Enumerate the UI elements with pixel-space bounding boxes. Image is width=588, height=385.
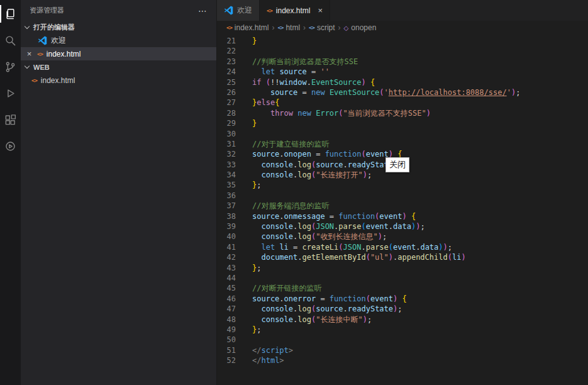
code-line[interactable]: 46source.onerror = function(event) {	[217, 294, 588, 304]
line-number[interactable]: 35	[217, 180, 236, 190]
line-number[interactable]: 26	[217, 87, 236, 98]
code-line[interactable]: 43};	[217, 263, 588, 273]
line-number[interactable]: 42	[217, 252, 236, 262]
breadcrumb-separator: ›	[303, 23, 306, 32]
open-editor-welcome[interactable]: 欢迎	[21, 34, 216, 47]
line-number[interactable]: 51	[217, 345, 236, 355]
code-line[interactable]: 39 console.log(JSON.parse(event.data));	[217, 221, 588, 232]
code-line[interactable]: 38source.onmessage = function(event) {	[217, 211, 588, 221]
line-number[interactable]: 34	[217, 170, 236, 180]
code-line[interactable]: 25if (!!window.EventSource) {	[217, 77, 588, 87]
open-editors-section-header[interactable]: 打开的编辑器	[21, 21, 216, 34]
line-number[interactable]: 37	[217, 201, 236, 211]
test-play-circle-icon[interactable]	[0, 133, 21, 159]
tab-bar: 欢迎 <> index.html ×	[217, 0, 588, 21]
code-line[interactable]: 49};	[217, 325, 588, 335]
tab-index-html[interactable]: <> index.html ×	[260, 0, 330, 21]
breadcrumb-label: index.html	[235, 23, 269, 32]
line-number[interactable]: 46	[217, 294, 236, 304]
line-number[interactable]: 45	[217, 283, 236, 293]
code-line[interactable]: 28 throw new Error("当前浏览器不支持SSE")	[217, 108, 588, 118]
code-text: }	[252, 36, 257, 46]
html-file-icon: <>	[31, 77, 37, 84]
code-line[interactable]: 27}else{	[217, 98, 588, 108]
line-number[interactable]: 32	[217, 149, 236, 159]
line-number[interactable]: 22	[217, 46, 236, 56]
line-number[interactable]: 28	[217, 108, 236, 118]
code-line[interactable]: 31//对于建立链接的监听	[217, 139, 588, 149]
code-text: //对服务端消息的监听	[252, 201, 329, 211]
breadcrumb-item-script[interactable]: <> script	[309, 23, 335, 32]
code-line[interactable]: 36	[217, 191, 588, 201]
run-debug-icon[interactable]	[0, 80, 21, 106]
breadcrumb-label: onopen	[351, 23, 376, 32]
line-number[interactable]: 27	[217, 98, 236, 108]
code-line[interactable]: 41 let li = createLi(JSON.parse(event.da…	[217, 242, 588, 252]
line-number[interactable]: 44	[217, 273, 236, 283]
code-line[interactable]: 48 console.log("长连接中断");	[217, 315, 588, 325]
line-number[interactable]: 39	[217, 221, 236, 232]
more-actions-icon[interactable]: ⋯	[198, 6, 208, 16]
breadcrumb-separator: ›	[272, 23, 275, 32]
search-icon[interactable]	[0, 27, 21, 53]
html-file-icon: <>	[267, 8, 272, 14]
line-number[interactable]: 24	[217, 67, 236, 77]
code-line[interactable]: 40 console.log("收到长连接信息");	[217, 232, 588, 242]
line-number[interactable]: 48	[217, 315, 236, 325]
folder-web-section-header[interactable]: WEB	[21, 60, 216, 74]
breadcrumb-item-file[interactable]: <> index.html	[226, 23, 269, 32]
line-number[interactable]: 50	[217, 335, 236, 345]
code-line[interactable]: 24 let source = ''	[217, 67, 588, 77]
hover-tooltip: 关闭	[386, 157, 409, 172]
line-number[interactable]: 33	[217, 160, 236, 170]
line-number[interactable]: 40	[217, 232, 236, 242]
tab-welcome[interactable]: 欢迎	[217, 0, 260, 21]
line-number[interactable]: 30	[217, 129, 236, 139]
code-line[interactable]: 45//对断开链接的监听	[217, 283, 588, 293]
code-line[interactable]: 26 source = new EventSource('http://loca…	[217, 87, 588, 98]
code-text: //判断当前浏览器是否支持SSE	[252, 57, 358, 67]
code-line[interactable]: 51</script>	[217, 345, 588, 355]
file-index-html[interactable]: <> index.html	[21, 74, 216, 87]
line-number[interactable]: 38	[217, 211, 236, 221]
line-number[interactable]: 36	[217, 191, 236, 201]
close-icon[interactable]: ×	[318, 6, 323, 15]
html-file-icon: <>	[37, 51, 43, 57]
code-text: console.log("长连接中断");	[252, 315, 372, 325]
line-number[interactable]: 47	[217, 304, 236, 314]
symbol-method-icon: ◇	[344, 25, 349, 31]
code-line[interactable]: 42 document.getElementById("ul").appendC…	[217, 252, 588, 262]
code-text: throw new Error("当前浏览器不支持SSE")	[252, 108, 431, 118]
code-editor[interactable]: 21}2223//判断当前浏览器是否支持SSE24 let source = '…	[217, 35, 588, 385]
line-number[interactable]: 41	[217, 242, 236, 252]
line-number[interactable]: 21	[217, 36, 236, 46]
line-number[interactable]: 31	[217, 139, 236, 149]
code-line[interactable]: 30	[217, 129, 588, 139]
code-text: }else{	[252, 98, 279, 108]
code-line[interactable]: 37//对服务端消息的监听	[217, 201, 588, 211]
code-line[interactable]: 50	[217, 335, 588, 345]
code-line[interactable]: 29}	[217, 118, 588, 128]
source-control-icon[interactable]	[0, 53, 21, 80]
line-number[interactable]: 29	[217, 118, 236, 128]
line-number[interactable]: 25	[217, 77, 236, 87]
close-icon[interactable]: ×	[25, 50, 33, 58]
line-number[interactable]: 49	[217, 325, 236, 335]
breadcrumb-label: script	[317, 23, 335, 32]
breadcrumb-item-onopen[interactable]: ◇ onopen	[344, 23, 377, 32]
code-line[interactable]: 21}	[217, 36, 588, 46]
code-line[interactable]: 44	[217, 273, 588, 283]
line-number[interactable]: 52	[217, 355, 236, 365]
line-number[interactable]: 23	[217, 57, 236, 67]
code-line[interactable]: 23//判断当前浏览器是否支持SSE	[217, 57, 588, 67]
extensions-icon[interactable]	[0, 106, 21, 133]
breadcrumb-item-html[interactable]: <> html	[278, 23, 301, 32]
sidebar-header: 资源管理器 ⋯	[21, 0, 216, 21]
code-line[interactable]: 47 console.log(source.readyState);	[217, 304, 588, 314]
explorer-icon[interactable]	[0, 1, 21, 27]
code-line[interactable]: 22	[217, 46, 588, 56]
code-line[interactable]: 35};	[217, 180, 588, 190]
line-number[interactable]: 43	[217, 263, 236, 273]
open-editor-index-html[interactable]: × <> index.html	[21, 47, 216, 60]
code-line[interactable]: 52</html>	[217, 355, 588, 365]
